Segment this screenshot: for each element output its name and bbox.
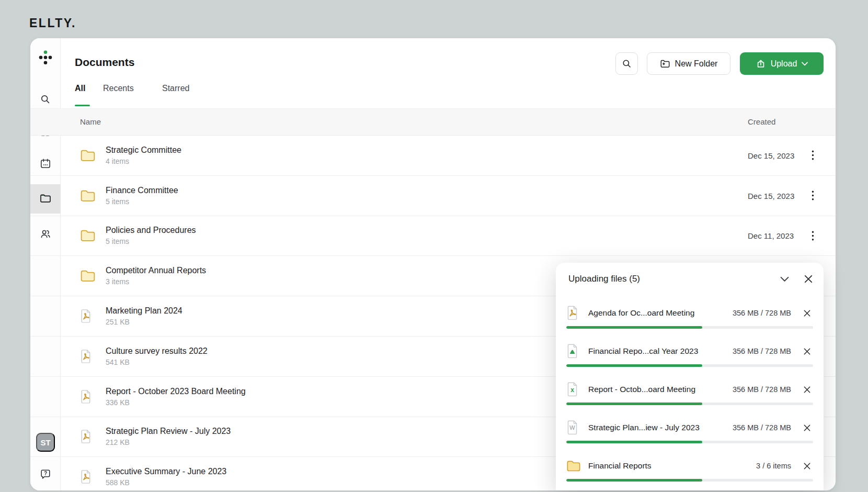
row-text: Strategic Committee 4 items [106,146,181,165]
pdf-file-icon [80,470,92,484]
row-menu-button[interactable] [807,228,818,243]
word-file-icon [566,420,583,435]
upload-button[interactable]: Upload [740,52,824,75]
upload-icon [756,59,766,69]
progress-bar [566,402,813,405]
table-row[interactable]: Strategic Committee 4 items Dec 15, 2023 [30,136,836,176]
row-meta: 588 KB [106,478,226,487]
progress-fill [566,326,702,329]
row-name: Competitor Annual Reports [106,266,206,275]
row-name: Strategic Committee [106,146,181,155]
progress-fill [566,402,702,405]
cancel-upload-button[interactable] [801,345,813,357]
folder-icon [80,149,96,162]
row-name: Policies and Procedures [106,226,196,235]
upload-item-row: Financial Reports 3 / 6 items [566,454,813,477]
table-row[interactable]: Finance Committee 5 items Dec 15, 2023 [30,176,836,216]
upload-item-row: Strategic Plan...iew - July 2023 356 MB … [566,416,813,439]
upload-item-row: Agenda for Oc...oard Meeting 356 MB / 72… [566,301,813,325]
image-file-icon [566,344,583,359]
progress-bar [566,479,813,482]
cancel-upload-button[interactable] [801,383,813,396]
row-created-date: Dec 11, 2023 [748,231,794,240]
collapse-panel-button[interactable] [777,272,792,286]
row-name: Culture survey results 2022 [106,346,208,356]
search-icon [39,93,52,106]
chevron-down-icon [780,276,789,282]
row-created-date: Dec 15, 2023 [748,151,794,160]
tab-recents[interactable]: Recents [103,84,134,93]
upload-file-size: 356 MB / 728 MB [733,423,791,432]
row-name: Strategic Plan Review - July 2023 [106,427,231,436]
folder-icon [80,229,96,242]
app-logo: ELLTY. [29,16,76,30]
row-text: Finance Committee 5 items [106,186,178,206]
upload-file-name: Strategic Plan...iew - July 2023 [588,423,733,432]
close-panel-button[interactable] [801,272,816,286]
row-text: Marketing Plan 2024 251 KB [106,306,182,326]
column-header-created: Created [748,109,775,135]
row-text: Culture survey results 2022 541 KB [106,346,208,366]
row-name: Executive Summary - June 2023 [106,467,226,476]
upload-file-size: 356 MB / 728 MB [733,347,791,355]
close-icon [803,348,811,355]
pdf-file-icon [80,350,92,363]
row-meta: 251 KB [106,318,182,326]
tab-starred[interactable]: Starred [162,84,189,93]
search-button[interactable] [615,52,638,75]
kebab-icon [812,191,814,200]
upload-panel-header: Uploading files (5) [568,263,816,295]
workspace-dots-icon[interactable] [30,45,61,70]
close-icon [803,424,811,432]
upload-file-size: 356 MB / 728 MB [733,309,791,317]
upload-item-row: Report - Octob...oard Meeting 356 MB / 7… [566,378,813,401]
row-created-date: Dec 15, 2023 [748,191,794,200]
kebab-icon [812,150,814,160]
upload-file-name: Financial Reports [588,461,756,471]
close-icon [803,386,811,394]
search-icon [621,58,633,70]
upload-progress-panel: Uploading files (5) Agenda for Oc...oard… [556,263,824,490]
progress-fill [566,364,702,367]
row-menu-button[interactable] [807,148,818,163]
chevron-down-icon [802,62,808,66]
upload-item: Strategic Plan...iew - July 2023 356 MB … [566,416,813,445]
table-row[interactable]: Policies and Procedures 5 items Dec 11, … [30,216,836,256]
close-icon [803,462,811,470]
cancel-upload-button[interactable] [801,460,813,472]
active-tab-indicator [75,105,90,106]
cancel-upload-button[interactable] [801,307,813,319]
row-meta: 336 KB [106,398,246,407]
upload-label: Upload [771,59,797,69]
row-text: Competitor Annual Reports 3 items [106,266,206,286]
progress-bar [566,326,813,329]
new-folder-label: New Folder [675,59,718,69]
page-title: Documents [75,56,134,69]
upload-item: Agenda for Oc...oard Meeting 356 MB / 72… [566,301,813,331]
kebab-icon [812,231,814,241]
page: ELLTY. [0,0,868,492]
tab-all[interactable]: All [75,84,85,93]
row-name: Report - October 2023 Board Meeting [106,387,246,396]
upload-item: Financial Reports 3 / 6 items [566,454,813,484]
close-icon [804,274,813,284]
new-folder-button[interactable]: New Folder [647,52,730,75]
upload-item-row: Financial Repo...cal Year 2023 356 MB / … [566,340,813,363]
row-text: Executive Summary - June 2023 588 KB [106,467,226,487]
upload-file-name: Agenda for Oc...oard Meeting [588,308,733,318]
folder-plus-icon [660,59,670,69]
upload-file-name: Report - Octob...oard Meeting [588,385,733,394]
row-menu-button[interactable] [807,188,818,203]
row-meta: 4 items [106,157,181,165]
column-header-name: Name [80,109,101,135]
upload-item: Financial Repo...cal Year 2023 356 MB / … [566,340,813,369]
row-meta: 3 items [106,277,206,286]
pdf-file-icon [80,430,92,443]
folder-icon [566,460,583,473]
upload-panel-title: Uploading files (5) [568,274,777,284]
progress-bar [566,364,813,367]
pdf-file-icon [80,389,92,403]
row-meta: 5 items [106,237,196,245]
cancel-upload-button[interactable] [801,421,813,434]
table-header: Name Created [30,108,836,136]
